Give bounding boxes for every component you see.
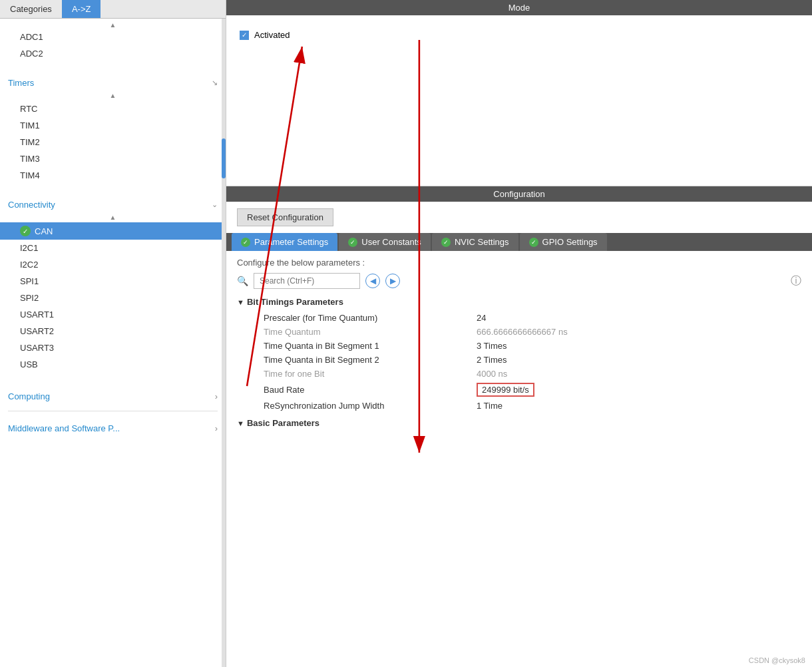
mode-body: ✓ Activated bbox=[226, 15, 812, 51]
tab-nvic-settings[interactable]: ✓ NVIC Settings bbox=[432, 233, 518, 251]
connectivity-label-text: Connectivity bbox=[8, 200, 55, 210]
param-tab-check-icon: ✓ bbox=[241, 238, 250, 247]
prev-nav-button[interactable]: ◀ bbox=[365, 274, 380, 288]
connectivity-collapse-arrow: ▲ bbox=[0, 212, 226, 222]
time-quantum-name: Time Quantum bbox=[264, 327, 477, 337]
param-row-baud: Baud Rate 249999 bit/s bbox=[237, 381, 801, 399]
sidebar-item-spi2[interactable]: SPI2 bbox=[0, 290, 226, 306]
baud-value: 249999 bit/s bbox=[477, 383, 534, 397]
computing-label-text: Computing bbox=[8, 391, 50, 401]
adc-collapse-arrow: ▲ bbox=[0, 19, 226, 29]
scrollbar-track bbox=[222, 19, 226, 667]
mode-section: Mode ✓ Activated bbox=[226, 0, 812, 186]
gpio-tab-check-icon: ✓ bbox=[529, 238, 538, 247]
sidebar-item-tim1[interactable]: TIM1 bbox=[0, 117, 226, 134]
sidebar-group-timers: Timers ↘ bbox=[0, 73, 226, 91]
main-content: Mode ✓ Activated Configuration Reset Con… bbox=[226, 0, 812, 667]
sidebar-item-tim4[interactable]: TIM4 bbox=[0, 167, 226, 184]
watermark: CSDN @ckysok8 bbox=[749, 656, 805, 664]
param-row-seg1: Time Quanta in Bit Segment 1 3 Times bbox=[237, 339, 801, 353]
sidebar-tab-bar: Categories A->Z bbox=[0, 0, 226, 19]
middleware-label-text: Middleware and Software P... bbox=[8, 423, 120, 433]
search-input[interactable] bbox=[254, 273, 360, 289]
one-bit-value: 4000 ns bbox=[477, 369, 507, 379]
sidebar-item-usart2[interactable]: USART2 bbox=[0, 323, 226, 339]
user-tab-check-icon: ✓ bbox=[348, 238, 357, 247]
sidebar-group-computing[interactable]: Computing › bbox=[0, 386, 226, 404]
tab-parameter-settings[interactable]: ✓ Parameter Settings bbox=[232, 233, 337, 251]
divider-computing bbox=[8, 411, 218, 411]
basic-params-label: Basic Parameters bbox=[247, 418, 319, 428]
prescaler-value: 24 bbox=[477, 313, 486, 323]
activated-checkbox[interactable]: ✓ bbox=[240, 31, 249, 40]
sidebar-item-i2c1[interactable]: I2C1 bbox=[0, 240, 226, 256]
activated-label: Activated bbox=[254, 30, 290, 40]
search-icon: 🔍 bbox=[237, 276, 248, 286]
user-tab-label: User Constants bbox=[361, 237, 421, 247]
seg2-name: Time Quanta in Bit Segment 2 bbox=[264, 355, 477, 365]
sidebar-item-adc1[interactable]: ADC1 bbox=[0, 29, 226, 45]
sidebar-item-rtc[interactable]: RTC bbox=[0, 101, 226, 117]
timers-label-text: Timers bbox=[8, 78, 34, 88]
config-section: Configuration Reset Configuration ✓ Para… bbox=[226, 186, 812, 667]
sidebar-item-i2c2[interactable]: I2C2 bbox=[0, 256, 226, 273]
seg1-value: 3 Times bbox=[477, 341, 507, 351]
sidebar-item-adc2[interactable]: ADC2 bbox=[0, 45, 226, 62]
next-nav-button[interactable]: ▶ bbox=[385, 274, 400, 288]
sidebar-content: ▲ ADC1 ADC2 Timers ↘ ▲ RTC TIM1 TIM2 TIM… bbox=[0, 19, 226, 667]
middleware-expand-icon[interactable]: › bbox=[215, 423, 218, 433]
timers-collapse-arrow: ▲ bbox=[0, 91, 226, 101]
can-check-icon: ✓ bbox=[20, 226, 31, 236]
baud-name: Baud Rate bbox=[264, 385, 477, 395]
tab-user-constants[interactable]: ✓ User Constants bbox=[339, 233, 431, 251]
resync-value: 1 Time bbox=[477, 401, 503, 411]
sidebar-group-middleware[interactable]: Middleware and Software P... › bbox=[0, 418, 226, 436]
one-bit-name: Time for one Bit bbox=[264, 369, 477, 379]
seg1-name: Time Quanta in Bit Segment 1 bbox=[264, 341, 477, 351]
tab-az[interactable]: A->Z bbox=[62, 0, 101, 18]
sidebar-item-tim2[interactable]: TIM2 bbox=[0, 134, 226, 150]
sidebar-item-can[interactable]: ✓ CAN bbox=[0, 222, 226, 240]
param-row-seg2: Time Quanta in Bit Segment 2 2 Times bbox=[237, 353, 801, 367]
computing-expand-icon[interactable]: › bbox=[215, 391, 218, 401]
activated-row: ✓ Activated bbox=[240, 30, 799, 40]
nvic-tab-label: NVIC Settings bbox=[455, 237, 509, 247]
param-row-one-bit: Time for one Bit 4000 ns bbox=[237, 367, 801, 381]
connectivity-expand-icon[interactable]: ⌄ bbox=[212, 200, 218, 209]
search-row: 🔍 ◀ ▶ ⓘ bbox=[237, 273, 801, 289]
param-row-time-quantum: Time Quantum 666.6666666666667 ns bbox=[237, 325, 801, 339]
params-area: Configure the below parameters : 🔍 ◀ ▶ ⓘ… bbox=[226, 251, 812, 667]
config-toolbar: Reset Configuration bbox=[226, 202, 812, 233]
param-row-prescaler: Prescaler (for Time Quantum) 24 bbox=[237, 311, 801, 325]
timers-expand-icon[interactable]: ↘ bbox=[212, 79, 218, 87]
params-configure-label: Configure the below parameters : bbox=[237, 258, 801, 268]
sidebar-item-usart1[interactable]: USART1 bbox=[0, 306, 226, 323]
bit-timings-collapse-icon[interactable]: ▼ bbox=[237, 298, 244, 306]
basic-params-header: ▼ Basic Parameters bbox=[237, 418, 801, 428]
param-row-resync: ReSynchronization Jump Width 1 Time bbox=[237, 399, 801, 413]
param-tab-label: Parameter Settings bbox=[254, 237, 328, 247]
resync-name: ReSynchronization Jump Width bbox=[264, 401, 477, 411]
reset-config-button[interactable]: Reset Configuration bbox=[237, 208, 333, 226]
tab-categories[interactable]: Categories bbox=[0, 0, 62, 18]
nvic-tab-check-icon: ✓ bbox=[441, 238, 451, 247]
sidebar-item-usb[interactable]: USB bbox=[0, 356, 226, 373]
config-header: Configuration bbox=[226, 186, 812, 202]
bit-timings-label: Bit Timings Parameters bbox=[247, 297, 343, 307]
tab-gpio-settings[interactable]: ✓ GPIO Settings bbox=[520, 233, 607, 251]
config-tab-bar: ✓ Parameter Settings ✓ User Constants ✓ … bbox=[226, 233, 812, 251]
info-icon: ⓘ bbox=[791, 274, 801, 288]
bit-timings-group-header: ▼ Bit Timings Parameters bbox=[237, 297, 801, 307]
sidebar-item-tim3[interactable]: TIM3 bbox=[0, 150, 226, 167]
sidebar-item-usart3[interactable]: USART3 bbox=[0, 339, 226, 356]
sidebar: Categories A->Z ▲ ADC1 ADC2 Timers ↘ ▲ R… bbox=[0, 0, 226, 667]
sidebar-item-spi1[interactable]: SPI1 bbox=[0, 273, 226, 290]
time-quantum-value: 666.6666666666667 ns bbox=[477, 327, 568, 337]
can-label: CAN bbox=[35, 226, 53, 236]
basic-params-collapse-icon[interactable]: ▼ bbox=[237, 419, 244, 427]
scrollbar-thumb bbox=[222, 138, 226, 178]
sidebar-group-connectivity: Connectivity ⌄ bbox=[0, 194, 226, 212]
gpio-tab-label: GPIO Settings bbox=[542, 237, 598, 247]
prescaler-name: Prescaler (for Time Quantum) bbox=[264, 313, 477, 323]
seg2-value: 2 Times bbox=[477, 355, 507, 365]
